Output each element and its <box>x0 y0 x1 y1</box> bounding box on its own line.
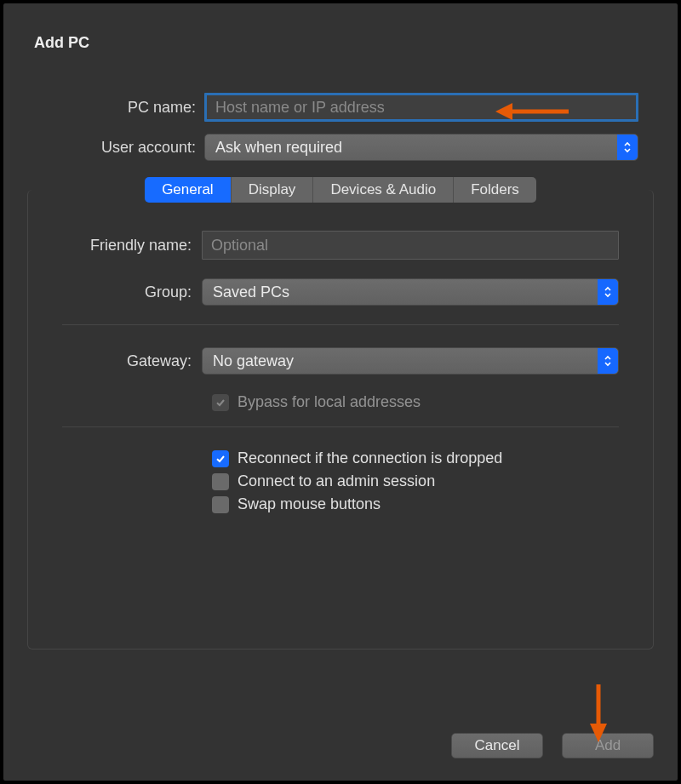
gateway-label: Gateway: <box>62 352 202 370</box>
gateway-select[interactable]: No gateway <box>202 347 619 375</box>
reconnect-label: Reconnect if the connection is dropped <box>237 449 502 467</box>
svg-marker-1 <box>495 103 512 120</box>
admin-session-label: Connect to an admin session <box>237 472 435 490</box>
annotation-arrow-icon <box>494 99 570 129</box>
tab-folders[interactable]: Folders <box>454 177 536 203</box>
friendly-name-input[interactable] <box>202 231 619 260</box>
group-label: Group: <box>62 283 202 301</box>
tab-devices-audio[interactable]: Devices & Audio <box>313 177 454 203</box>
user-account-label: User account: <box>43 139 204 157</box>
swap-mouse-checkbox[interactable] <box>212 496 229 513</box>
dialog-buttons: Cancel Add <box>451 733 654 758</box>
dialog-title: Add PC <box>34 34 657 52</box>
tab-bar: General Display Devices & Audio Folders <box>28 177 653 203</box>
bypass-label: Bypass for local addresses <box>237 393 421 411</box>
separator <box>62 426 619 427</box>
cancel-button[interactable]: Cancel <box>451 733 543 758</box>
chevron-up-down-icon <box>598 279 618 305</box>
group-value: Saved PCs <box>213 283 289 301</box>
gateway-value: No gateway <box>213 352 294 370</box>
pc-name-input[interactable] <box>204 93 638 122</box>
settings-groupbox: General Display Devices & Audio Folders … <box>27 190 654 650</box>
add-pc-dialog: Add PC PC name: User account: Ask when r… <box>3 3 678 781</box>
tab-general[interactable]: General <box>145 177 231 203</box>
chevron-up-down-icon <box>617 134 638 160</box>
group-select[interactable]: Saved PCs <box>202 278 619 306</box>
separator <box>62 324 619 325</box>
pc-name-label: PC name: <box>43 99 204 117</box>
user-account-value: Ask when required <box>215 139 342 157</box>
tab-display[interactable]: Display <box>232 177 314 203</box>
friendly-name-label: Friendly name: <box>62 237 202 255</box>
reconnect-checkbox[interactable] <box>212 450 229 467</box>
chevron-up-down-icon <box>598 348 618 374</box>
annotation-arrow-icon <box>586 683 611 748</box>
admin-session-checkbox[interactable] <box>212 473 229 490</box>
user-account-select[interactable]: Ask when required <box>204 134 638 161</box>
bypass-checkbox <box>212 394 229 411</box>
svg-marker-3 <box>590 724 607 742</box>
swap-mouse-label: Swap mouse buttons <box>237 495 381 513</box>
